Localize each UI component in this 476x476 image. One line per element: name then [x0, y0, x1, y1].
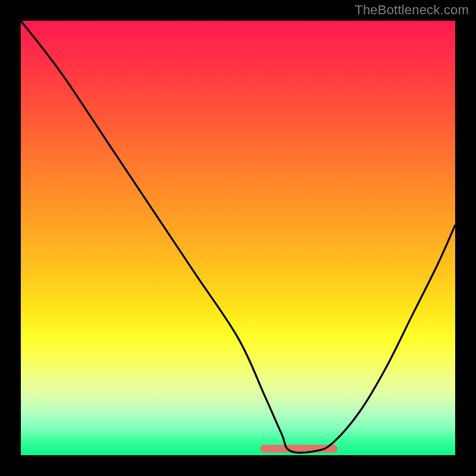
curve-layer: [21, 21, 455, 455]
bottleneck-curve: [21, 21, 455, 453]
plot-area: [21, 21, 455, 455]
chart-frame: TheBottleneck.com: [0, 0, 476, 476]
attribution-text: TheBottleneck.com: [355, 2, 469, 18]
